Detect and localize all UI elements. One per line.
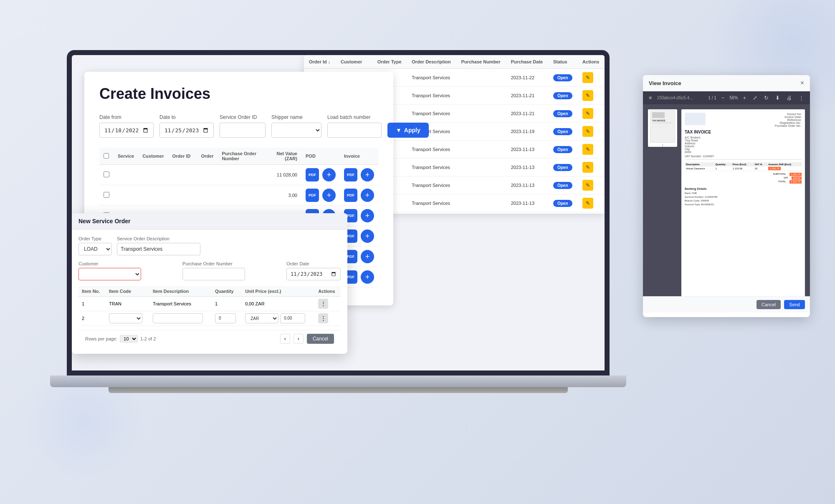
item-code-select-2[interactable] [109,313,142,323]
item-action-btn-2[interactable]: ⋮ [318,313,328,323]
col-customer[interactable]: Customer [336,55,372,69]
price-input-2[interactable] [280,313,305,323]
cell-status: Open [548,69,577,87]
currency-select-2[interactable]: ZAR [245,313,278,323]
invoice-pdf-icon[interactable]: PDF [344,168,357,181]
modal-footer: Rows per page: 10 25 50 1-2 of 2 ‹ › Ca [78,330,341,347]
purchase-order-input[interactable] [182,268,245,280]
service-desc-input[interactable] [117,243,200,255]
pod-add-icon[interactable]: + [322,189,336,202]
close-icon[interactable]: × [800,79,804,87]
vi-branch-code: Branch Code: 250655 [685,199,802,203]
order-type-select[interactable]: LOAD [78,243,112,255]
vi-send-button[interactable]: Send [784,300,805,309]
pod-add-icon[interactable]: + [322,168,336,181]
date-from-input[interactable] [99,123,154,138]
edit-icon[interactable]: ✎ [582,108,593,119]
col-service: Service [114,148,138,165]
col-item-actions: Actions [315,286,341,297]
cell-purchase-date: 2023-11-13 [506,194,548,212]
vi-item-vat: 15 [753,166,767,171]
cell-actions: ✎ [577,69,605,87]
vi-footer: Cancel Send [643,296,810,312]
vi-toolbar: ≡ 150abco4-d5c5-4... 1 / 1 − 56% + ⤢ ↻ ⬇… [643,91,810,104]
filter-row: Date from Date to Service Order ID [99,114,378,138]
cell-purchase-number [456,87,506,105]
cell-status: Open [548,212,577,214]
laptop-shell: Order Id ↓ Customer Order Type Order Des… [67,50,610,409]
modal-row-2: Customer Purchase Order Number Order D [78,261,341,280]
invoice-add-icon[interactable]: + [361,229,374,243]
more-options-btn[interactable]: ⋮ [797,94,806,102]
invoice-add-icon[interactable]: + [361,168,374,181]
download-btn[interactable]: ⬇ [774,94,782,102]
edit-icon[interactable]: ✎ [582,90,593,101]
col-description[interactable]: Order Description [407,55,456,69]
edit-icon[interactable]: ✎ [582,144,593,155]
cancel-button[interactable]: Cancel [307,334,334,344]
invoice-add-icon[interactable]: + [361,189,374,202]
row-checkbox-0[interactable] [104,171,109,177]
edit-icon[interactable]: ✎ [582,198,593,209]
zoom-out-btn[interactable]: − [720,94,726,102]
invoice-pdf-icon[interactable]: PDF [344,189,357,202]
col-status[interactable]: Status [548,55,577,69]
item-action-btn-1[interactable]: ⋮ [318,299,328,309]
laptop-base [50,375,626,387]
vi-cancel-button[interactable]: Cancel [757,300,781,309]
print-btn[interactable]: 🖨 [785,94,794,102]
company-logo [685,113,706,125]
item-desc-input-2[interactable] [153,313,203,323]
menu-icon-btn[interactable]: ≡ [647,94,654,102]
pod-pdf-icon[interactable]: PDF [306,189,319,202]
cell-description: Transport Services [407,141,456,159]
zoom-in-btn[interactable]: + [741,94,748,102]
cell-purchase-number [456,194,506,212]
load-batch-input[interactable] [327,123,382,138]
screen-inner: Order Id ↓ Customer Order Type Order Des… [72,55,605,370]
vi-item-row: Artical Clearance 1 1,125.00 15 1,293.75 [685,166,802,171]
rotate-btn[interactable]: ↻ [762,94,770,102]
status-badge: Open [553,74,572,81]
rows-per-page-select[interactable]: 10 25 50 [120,335,138,343]
prev-page-btn[interactable]: ‹ [280,334,290,344]
next-page-btn[interactable]: › [294,334,304,344]
order-date-field: Order Date [286,261,341,280]
col-order-id[interactable]: Order Id ↓ [304,55,336,69]
status-badge: Open [553,92,572,99]
edit-icon[interactable]: ✎ [582,162,593,173]
pod-pdf-icon[interactable]: PDF [306,168,319,181]
vi-bank-name: Bank: FNB [685,192,802,195]
row-checkbox-1[interactable] [104,192,109,198]
service-order-input[interactable] [220,123,266,138]
cell-description: Transport Services [407,105,456,123]
vi-line-items-table: Description Quantity Price (Excl) VAT % … [685,162,802,171]
shipper-select[interactable] [271,123,321,138]
edit-icon[interactable]: ✎ [582,72,593,83]
customer-select[interactable] [78,268,141,280]
invoice-add-icon[interactable]: + [361,270,374,284]
full-screen-btn[interactable]: ⤢ [751,94,759,102]
col-order-id: Order ID [168,148,197,165]
edit-icon[interactable]: ✎ [582,180,593,191]
vi-header: View Invoice × [643,75,810,91]
cell-status: Open [548,176,577,194]
pagination-text: 1-2 of 2 [140,336,156,341]
col-purchase-number[interactable]: Purchase Number [456,55,506,69]
invoice-add-icon[interactable]: + [361,209,374,222]
vi-doc-invoice-title: TAX INVOICE [685,130,802,134]
vi-document-area: TAX INVOICE 1 Invoice No: Invoice Date: … [643,104,810,296]
cell-description: Transport Services [407,176,456,194]
select-all-checkbox[interactable] [104,153,109,159]
col-purchase-date[interactable]: Purchase Date [506,55,548,69]
customer-label: Customer [78,261,177,266]
vi-col-vat: VAT % [753,162,767,166]
modal-item-row-2: 2 [78,311,341,326]
date-to-input[interactable] [159,123,214,138]
order-date-input[interactable] [286,268,341,280]
invoice-add-icon[interactable]: + [361,250,374,263]
col-order-type[interactable]: Order Type [372,55,407,69]
item-qty-input-2[interactable] [215,313,236,323]
edit-icon[interactable]: ✎ [582,126,593,137]
apply-button[interactable]: ▼ Apply [387,123,429,138]
